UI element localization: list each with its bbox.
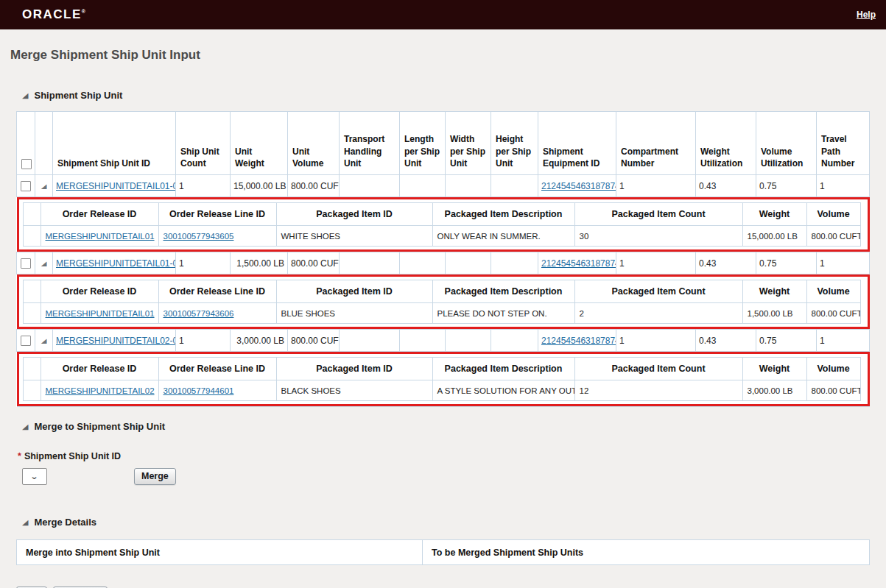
subcol-weight: Weight [742, 203, 806, 226]
cell-detail-weight: 1,500.00 LB [742, 303, 806, 324]
cell-weight-utilization: 0.43 [696, 330, 756, 352]
row-expand-icon[interactable]: ◢ [41, 183, 47, 189]
cell-detail-volume: 800.00 CUFT [806, 303, 860, 324]
merge-details-header-row: Merge into Shipment Ship Unit To be Merg… [17, 540, 870, 565]
cell-packaged-item-description: ONLY WEAR IN SUMMER. [432, 226, 574, 247]
col-transport-handling-unit: Transport Handling Unit [340, 112, 400, 175]
packaged-item-subtable: Order Release ID Order Release Line ID P… [23, 202, 861, 247]
cell-packaged-item-id: WHITE SHOES [276, 226, 432, 247]
cell-height [491, 330, 538, 352]
row-expand-icon[interactable]: ◢ [41, 260, 47, 266]
cell-packaged-item-description: A STYLE SOLUTION FOR ANY OUTFIT. [432, 380, 574, 401]
subcol-weight: Weight [742, 358, 806, 380]
section-header-merge-details[interactable]: ◢ Merge Details [22, 517, 870, 528]
indent-cell [23, 226, 41, 247]
order-release-id-link[interactable]: MERGESHIPUNITDETAIL01 [46, 309, 155, 318]
equipment-id-link[interactable]: 2124545463187874 [541, 258, 616, 269]
table-row: ◢ MERGESHIPUNITDETAIL02-001-001 1 3,000.… [17, 330, 870, 352]
cell-packaged-item-id: BLACK SHOES [276, 380, 432, 401]
subtable-header-row: Order Release ID Order Release Line ID P… [23, 203, 860, 226]
indent-cell [23, 358, 41, 380]
subcol-packaged-item-description: Packaged Item Description [432, 203, 574, 226]
merge-controls-row: ⌄ Merge [16, 468, 870, 485]
table-row: ◢ MERGESHIPUNITDETAIL01-002-001 1 1,500.… [17, 252, 870, 274]
order-release-line-id-link[interactable]: 300100577943606 [164, 309, 234, 318]
collapse-triangle-icon[interactable]: ◢ [22, 92, 28, 99]
subtable-data-row: MERGESHIPUNITDETAIL01 300100577943605 WH… [23, 226, 860, 247]
packaged-item-subtable: Order Release ID Order Release Line ID P… [23, 280, 861, 324]
subcol-packaged-item-description: Packaged Item Description [432, 280, 574, 303]
indent-cell [23, 380, 41, 401]
cell-detail-weight: 15,000.00 LB [742, 226, 806, 247]
col-compartment-number: Compartment Number [616, 112, 696, 175]
subcol-order-release-id: Order Release ID [41, 280, 158, 303]
select-all-checkbox[interactable] [21, 159, 32, 169]
subcol-packaged-item-count: Packaged Item Count [574, 358, 742, 380]
subtable-data-row: MERGESHIPUNITDETAIL02 300100577944601 BL… [23, 380, 860, 401]
cell-packaged-item-count: 12 [574, 380, 742, 401]
registered-mark: ® [82, 9, 85, 14]
cell-weight-utilization: 0.43 [696, 252, 756, 274]
row-expand-icon[interactable]: ◢ [41, 337, 47, 344]
equipment-id-link[interactable]: 2124545463187874 [541, 181, 616, 191]
order-release-line-id-link[interactable]: 300100577944601 [164, 386, 234, 395]
cell-unit-weight: 15,000.00 LB [231, 175, 288, 197]
oracle-logo: ORACLE® [22, 7, 85, 22]
required-marker: * [18, 451, 21, 461]
cell-compartment-number: 1 [616, 330, 696, 352]
cell-width [446, 175, 491, 197]
cell-ship-unit-count: 1 [176, 330, 231, 352]
help-link[interactable]: Help [857, 10, 876, 20]
subcol-volume: Volume [806, 280, 860, 303]
row-checkbox[interactable] [21, 181, 31, 191]
row-checkbox[interactable] [21, 258, 31, 269]
col-to-be-merged-shipment-ship-units: To be Merged Shipment Ship Units [423, 540, 870, 565]
ship-unit-id-link[interactable]: MERGESHIPUNITDETAIL02-001-001 [56, 336, 176, 346]
section-title: Shipment Ship Unit [34, 90, 122, 101]
col-shipment-equipment-id: Shipment Equipment ID [538, 112, 616, 175]
row-checkbox[interactable] [21, 336, 31, 346]
order-release-id-link[interactable]: MERGESHIPUNITDETAIL02 [46, 386, 155, 395]
cell-unit-volume: 800.00 CUFT [288, 175, 340, 197]
merge-button[interactable]: Merge [134, 468, 176, 485]
cell-packaged-item-id: BLUE SHOES [276, 303, 432, 324]
shipment-ship-unit-table: Shipment Ship Unit ID Ship Unit Count Un… [16, 111, 870, 407]
cell-unit-volume: 800.00 CUFT [288, 330, 340, 352]
cell-height [491, 175, 538, 197]
col-shipment-ship-unit-id: Shipment Ship Unit ID [53, 112, 176, 175]
ship-unit-id-link[interactable]: MERGESHIPUNITDETAIL01-002-001 [56, 258, 176, 269]
collapse-triangle-icon[interactable]: ◢ [22, 519, 28, 526]
detail-row: Order Release ID Order Release Line ID P… [17, 197, 870, 252]
select-all-cell [17, 112, 35, 175]
cell-compartment-number: 1 [616, 252, 696, 274]
cell-height [491, 252, 538, 274]
cell-packaged-item-description: PLEASE DO NOT STEP ON. [432, 303, 574, 324]
indent-cell [23, 303, 41, 324]
cell-volume-utilization: 0.75 [756, 252, 817, 274]
cell-width [446, 330, 491, 352]
ship-unit-id-link[interactable]: MERGESHIPUNITDETAIL01-001-001 [56, 181, 176, 191]
subcol-packaged-item-count: Packaged Item Count [574, 203, 742, 226]
subcol-packaged-item-id: Packaged Item ID [276, 280, 432, 303]
equipment-id-link[interactable]: 2124545463187874 [541, 336, 616, 346]
subcol-packaged-item-description: Packaged Item Description [432, 358, 574, 380]
col-merge-into-shipment-ship-unit: Merge into Shipment Ship Unit [17, 540, 423, 565]
page-content: Merge Shipment Ship Unit Input ◢ Shipmen… [0, 48, 886, 588]
annotation-highlight-box: Order Release ID Order Release Line ID P… [17, 197, 870, 252]
cell-packaged-item-count: 30 [574, 226, 742, 247]
subtable-header-row: Order Release ID Order Release Line ID P… [23, 280, 860, 303]
order-release-id-link[interactable]: MERGESHIPUNITDETAIL01 [46, 232, 155, 241]
annotation-highlight-box: Order Release ID Order Release Line ID P… [17, 274, 870, 329]
col-volume-utilization: Volume Utilization [756, 112, 817, 175]
section-header-merge-to-shipment-ship-unit[interactable]: ◢ Merge to Shipment Ship Unit [22, 421, 870, 432]
cell-unit-weight: 1,500.00 LB [231, 252, 288, 274]
ship-unit-id-select[interactable]: ⌄ [22, 468, 47, 485]
indent-cell [23, 280, 41, 303]
order-release-line-id-link[interactable]: 300100577943605 [164, 232, 234, 241]
merge-details-table: Merge into Shipment Ship Unit To be Merg… [16, 539, 870, 565]
cell-length [400, 330, 446, 352]
section-header-shipment-ship-unit[interactable]: ◢ Shipment Ship Unit [22, 90, 870, 101]
collapse-triangle-icon[interactable]: ◢ [22, 423, 28, 431]
col-travel-path-number: Travel Path Number [817, 112, 870, 175]
cell-unit-weight: 3,000.00 LB [231, 330, 288, 352]
